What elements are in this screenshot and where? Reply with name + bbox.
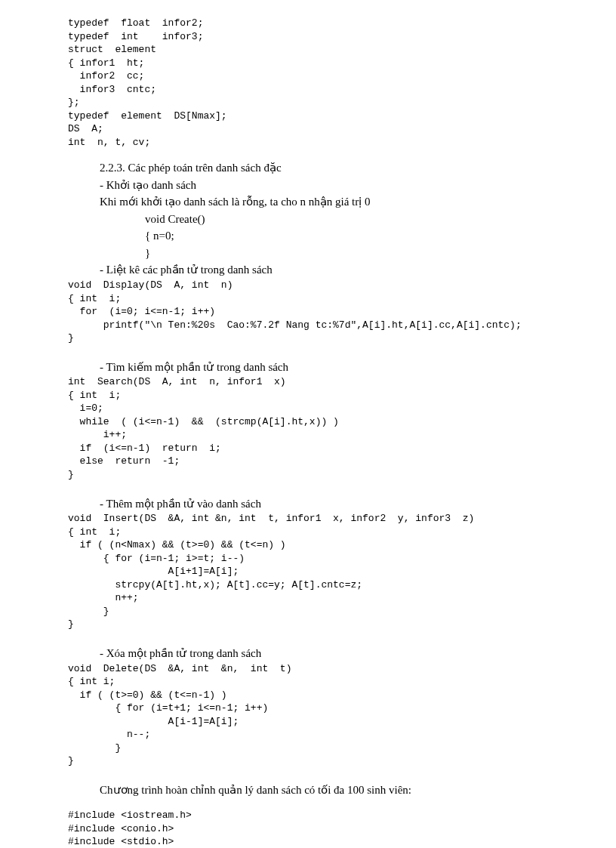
spacer	[68, 482, 548, 492]
spacer	[68, 149, 548, 159]
code-create-line1: void Create()	[68, 211, 548, 228]
spacer	[68, 631, 548, 642]
spacer	[68, 345, 548, 356]
spacer	[68, 768, 548, 779]
heading-them: - Thêm một phần tử vào danh sách	[68, 495, 548, 513]
text-khoi-tao-desc: Khi mới khởi tạo danh sách là rỗng, ta c…	[68, 193, 548, 211]
program-title: Chương trình hoàn chỉnh quản lý danh sác…	[68, 782, 548, 799]
heading-xoa: - Xóa một phần tử trong danh sách	[68, 645, 548, 662]
heading-khoi-tao: - Khởi tạo danh sách	[68, 177, 548, 194]
code-insert: void Insert(DS &A, int &n, int t, infor1…	[68, 512, 548, 631]
code-search: int Search(DS A, int n, infor1 x) { int …	[68, 375, 548, 481]
heading-tim-kiem: - Tìm kiếm một phần tử trong danh sách	[68, 359, 548, 376]
heading-liet-ke: - Liệt kê các phần tử trong danh sách	[68, 261, 548, 279]
code-create-line2: { n=0;	[68, 227, 548, 245]
code-typedefs: typedef float infor2; typedef int infor3…	[68, 17, 548, 149]
code-includes: #include <iostream.h> #include <conio.h>…	[68, 809, 548, 848]
section-heading-223: 2.2.3. Các phép toán trên danh sách đặc	[68, 159, 548, 177]
spacer	[68, 798, 548, 809]
code-create-line3: }	[68, 245, 548, 262]
code-delete: void Delete(DS &A, int &n, int t) { int …	[68, 662, 548, 768]
code-display: void Display(DS A, int n) { int i; for (…	[68, 279, 548, 345]
document-page: typedef float infor2; typedef int infor3…	[0, 0, 616, 848]
